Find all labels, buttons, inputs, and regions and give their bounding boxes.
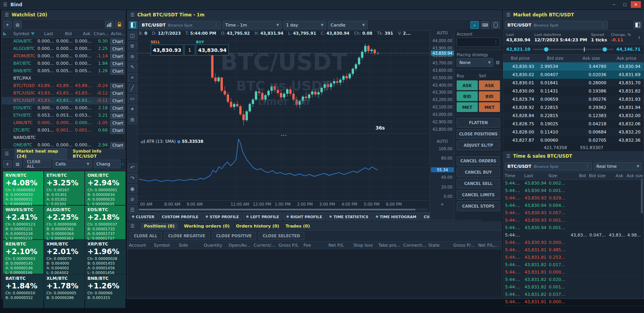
chart-columns-icon[interactable]	[105, 21, 114, 28]
time-sales-header[interactable]: ☰ Time & sales BTC/USDT	[503, 152, 644, 161]
sort-flag-icon[interactable]	[3, 32, 7, 35]
open-chart-button[interactable]: Chart	[110, 98, 125, 104]
panel-menu-icon[interactable]: ☰	[5, 151, 9, 156]
heatmap-tile[interactable]: ONE/BTC+2.94%Ch: 0.00000001B: 0.00000034…	[85, 171, 125, 205]
symbol-selector[interactable]: BTC/USDT Binance Spot ⋮	[505, 162, 592, 171]
time-sales-row[interactable]: 5:44:...43,831.810.485...	[503, 247, 644, 254]
depth-row[interactable]: 43,828.750.190250.0421843,832.06	[503, 120, 644, 128]
indicator-settings-icon[interactable]: ⊞	[128, 115, 137, 124]
depth-row[interactable]: 43,830.932.995343.4478043,830.94	[503, 62, 644, 71]
time-sales-row[interactable]: 5:44:...43,831.820.001...	[503, 284, 644, 291]
positions-column-headers[interactable]: AccountSymbolSideQuantityOpen/Av...Curre…	[127, 242, 502, 249]
brush-icon[interactable]: ✦	[128, 105, 137, 114]
buy-column[interactable]: BUY 43,830.94	[196, 40, 229, 55]
list-settings-button[interactable]: ▤	[13, 21, 22, 28]
time-sales-row[interactable]: 5:44:...43,831.810.000...	[503, 269, 644, 276]
profile-button-custom-profile[interactable]: CUSTOM PROFILE	[159, 213, 202, 221]
ts-column-header[interactable]: Ask	[607, 172, 625, 180]
sell-bid-button[interactable]: BID	[479, 91, 500, 101]
time-sales-row[interactable]: 5:44:...43,831.820.037...	[503, 291, 644, 299]
chart-header[interactable]: ☰ Chart BTC/USDT Time - 1m	[127, 11, 502, 20]
depth-column-header[interactable]: Bid price	[503, 55, 537, 62]
market-depth-header[interactable]: ☰ Market depth BTC/USDT	[503, 11, 644, 20]
heatmap-tile[interactable]: XLM/BTC+1.78%Ch: 0.00000005B: 0.00000286	[44, 274, 84, 308]
atr-axis-auto[interactable]: AUTO	[430, 139, 454, 144]
panel-menu-icon[interactable]: ☰	[130, 12, 135, 18]
watchlist-row[interactable]: NANO/BTC	[2, 134, 125, 142]
heatmap-tile[interactable]: XMR/BTC+2.01%Ch: 0.000079B: 0.004000A: 0…	[44, 240, 84, 274]
watchlist-row[interactable]: ETH/BTC0.053...0.053...0.053...3.21Chart	[2, 112, 125, 119]
lock-icon[interactable]	[115, 21, 124, 28]
watchlist-row[interactable]: BAT/BTC0.000...0.000...0.000...1.84Chart	[2, 60, 125, 68]
cancel-buy-button[interactable]: CANCEL BUY	[457, 167, 500, 177]
slider-track[interactable]	[533, 49, 614, 50]
chart-style-icon[interactable]: ◫	[128, 31, 137, 40]
flatten-button[interactable]: FLATTEN	[457, 118, 500, 128]
heatmap-tile[interactable]: RVN/BTC+4.08%Ch: 0.00000002B: 0.00000050…	[3, 171, 43, 205]
heatmap-tile[interactable]: ALGO/BTC+2.25%Ch: 0.00000008B: 0.0000036…	[44, 206, 84, 239]
undo-icon[interactable]: ↶	[128, 163, 137, 172]
watchlist-row[interactable]: ATOM/BTC0.000...0.000...0.000...-1.14Cha…	[2, 53, 125, 60]
visibility-icon[interactable]: ◉	[128, 184, 137, 193]
close-positions-button[interactable]: CLOSE POSITIONS	[457, 129, 500, 139]
heatmap-tile[interactable]: ETH/BTC+3.25%Ch: 0.00167B: 0.05301A: 0.0…	[44, 171, 84, 205]
maximize-button[interactable]: □	[620, 1, 630, 8]
scrollbar-thumb[interactable]	[641, 178, 643, 213]
tab-orders-history-[interactable]: Orders history (0)	[236, 224, 279, 229]
profile-button-time-histogram[interactable]: TIME HISTOGRAM	[373, 213, 420, 221]
adjust-sl-tp-button[interactable]: ADJUST SL/TP	[457, 140, 500, 150]
open-chart-button[interactable]: Chart	[110, 83, 125, 89]
heatmap-tile[interactable]: EOS/BTC+2.18%Ch: 0.00000037B: 0.00001735…	[85, 206, 125, 239]
period-dropdown[interactable]: Time - 1m▼	[222, 21, 282, 29]
watchlist-row[interactable]: ALGO/BTC0.000...0.000...0.000...2.25Char…	[2, 45, 125, 53]
mode-dropdown[interactable]: Real time▼	[594, 162, 642, 171]
open-chart-button[interactable]: Chart	[110, 61, 125, 67]
sell-price-button[interactable]: 43,830.93	[151, 44, 183, 55]
list-settings-button[interactable]: ▤	[13, 160, 22, 168]
scroll-right-icon[interactable]: ›	[122, 162, 124, 167]
slider-knob-right[interactable]	[603, 47, 607, 52]
watchlist-row[interactable]: LTC/BTC0.001...0.001...0.001...0.66Chart	[2, 127, 125, 134]
tab-positions-[interactable]: Positions (0)	[141, 223, 178, 229]
depth-column-headers[interactable]: Bid priceBid sizeAsk sizeAsk price	[503, 55, 644, 62]
open-chart-button[interactable]: Chart	[110, 105, 125, 112]
symbol-selector[interactable]: BTC/USDT Binance Spot ⋮	[139, 21, 221, 29]
sell-ask-button[interactable]: ASK	[479, 80, 500, 90]
positions-column-header[interactable]: Side	[177, 242, 202, 249]
expand-chevron-icon[interactable]: ›	[638, 34, 640, 41]
positions-column-header[interactable]: Net P/L	[327, 242, 352, 249]
add-tile-button[interactable]: +	[3, 160, 12, 168]
qty-column[interactable]: 1	[184, 40, 195, 55]
open-chart-button[interactable]: Chart	[110, 53, 125, 60]
close-positive-button[interactable]: CLOSE POSITIVE	[212, 232, 256, 240]
panel-menu-icon[interactable]: ☰	[130, 223, 135, 229]
style-dropdown[interactable]: Candle▼	[328, 21, 368, 29]
cancel-orders-button[interactable]: CANCEL ORDERS	[457, 156, 500, 166]
heatmap-tile[interactable]: XRP/BTC+1.96%Ch: 0.00000028B: 0.00001455…	[85, 240, 125, 274]
positions-column-header[interactable]: State	[427, 242, 452, 249]
depth-row[interactable]: 43,830.000.114310.1938643,831.82	[503, 87, 644, 95]
quantity-field[interactable]: 1	[184, 44, 195, 55]
time-sales-row[interactable]: 5:44:...43,830.930.001...	[503, 217, 644, 224]
buy-bid-button[interactable]: BID	[457, 91, 478, 101]
ts-column-header[interactable]: Last	[523, 172, 547, 180]
positions-column-header[interactable]: Fee	[302, 242, 327, 249]
positions-column-header[interactable]: Stop loss	[352, 242, 377, 249]
close-negative-button[interactable]: CLOSE NEGATIVE	[164, 232, 210, 240]
buy-mkt-button[interactable]: MKT	[457, 102, 478, 112]
sell-mkt-button[interactable]: MKT	[479, 102, 500, 112]
depth-column-header[interactable]: Ask price	[609, 55, 644, 62]
positions-column-header[interactable]: Quantity	[202, 242, 227, 249]
cells-dropdown[interactable]: Cells▼	[53, 160, 92, 168]
mouse-icon[interactable]	[491, 21, 500, 29]
remove-icon[interactable]: ⊘	[128, 195, 137, 204]
ts-column-header[interactable]: Bid size	[587, 172, 607, 180]
crosshair-icon[interactable]: ⌖	[128, 73, 137, 82]
close-selected-button[interactable]: CLOSE SELECTED	[258, 232, 304, 240]
positions-column-header[interactable]: Open/Av...	[227, 242, 252, 249]
ts-column-header[interactable]: Size	[547, 172, 569, 180]
panel-link-icon[interactable]	[129, 21, 137, 29]
time-sales-row[interactable]: 5:44:...43,830.940.001...	[503, 187, 644, 195]
minimize-button[interactable]: ─	[609, 1, 619, 8]
atr-indicator-pane[interactable]: ATR (13: SMA) ● 55.33538	[138, 138, 430, 200]
